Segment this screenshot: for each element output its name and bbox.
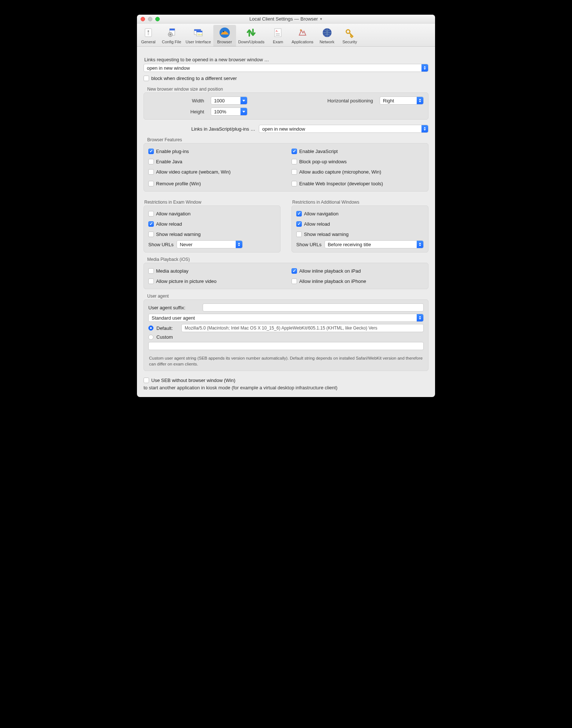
exam-icon: A- [272, 26, 284, 39]
allow-video-capture-checkbox[interactable]: Allow video capture (webcam, Win) [148, 168, 280, 176]
checkbox-label: block when directing to a different serv… [151, 76, 237, 81]
titlebar: Local Client Settings — Browser ▼ [137, 15, 435, 23]
ua-note: Custom user agent string (SEB appends it… [148, 352, 424, 367]
tab-network[interactable]: Network [316, 25, 339, 46]
checkbox-label: Enable Web Inspector (developer tools) [299, 181, 383, 186]
tab-user-interface[interactable]: New User Interface [184, 25, 213, 46]
height-combo[interactable]: 100% [211, 108, 247, 116]
tab-label: Network [319, 40, 334, 44]
tab-applications[interactable]: Applications [289, 25, 315, 46]
checkbox-label: Enable JavaScript [299, 149, 338, 154]
checkbox-icon [292, 268, 297, 274]
width-combo[interactable]: 1000 [211, 97, 247, 105]
title-section: Browser [300, 16, 318, 22]
gear-file-icon [165, 26, 178, 39]
enable-javascript-checkbox[interactable]: Enable JavaScript [292, 147, 424, 155]
checkbox-icon [296, 232, 302, 237]
media-section-label: Media Playback (iOS) [147, 257, 428, 262]
allow-pip-checkbox[interactable]: Allow picture in picture video [148, 277, 280, 285]
remove-profile-checkbox[interactable]: Remove profile (Win) [148, 179, 280, 188]
checkbox-label: Use SEB without browser window (Win) [151, 378, 235, 383]
title-prefix: Local Client Settings — [249, 16, 299, 22]
ua-suffix-input[interactable] [203, 303, 424, 312]
block-different-server-checkbox[interactable]: block when directing to a different serv… [144, 74, 428, 82]
stepper-icon [421, 125, 428, 132]
zoom-window-button[interactable] [155, 17, 160, 21]
network-icon [321, 26, 333, 39]
checkbox-label: Enable Java [156, 159, 182, 164]
open-policy-select[interactable]: open in new window [144, 64, 428, 72]
checkbox-icon [148, 232, 154, 237]
add-show-urls-label: Show URLs [296, 242, 322, 247]
links-heading: Links requesting to be opened in a new b… [144, 57, 428, 62]
ua-preset-value: Standard user agent [152, 315, 195, 321]
ua-default-radio[interactable] [148, 325, 153, 331]
tab-down-uploads[interactable]: Down/Uploads [236, 25, 267, 46]
add-show-urls-value: Before receiving title [328, 242, 371, 247]
ua-preset-select[interactable]: Standard user agent [148, 314, 424, 322]
inline-ipad-checkbox[interactable]: Allow inline playback on iPad [292, 267, 424, 275]
exam-show-reload-warning-checkbox[interactable]: Show reload warning [148, 230, 276, 238]
width-label: Width [148, 98, 207, 103]
minimize-window-button[interactable] [148, 17, 152, 21]
toolbar: General Config File New User Interface B… [137, 23, 435, 47]
stepper-icon [417, 241, 423, 248]
exam-allow-navigation-checkbox[interactable]: Allow navigation [148, 210, 276, 218]
allow-audio-capture-checkbox[interactable]: Allow audio capture (microphone, Win) [292, 168, 424, 176]
hpos-select[interactable]: Right [380, 97, 424, 105]
ua-suffix-label: User agent suffix: [148, 305, 200, 310]
add-allow-navigation-checkbox[interactable]: Allow navigation [296, 210, 424, 218]
ua-default-label: Default: [156, 325, 178, 331]
svg-point-6 [170, 34, 171, 35]
inline-iphone-checkbox[interactable]: Allow inline playback on iPhone [292, 277, 424, 285]
svg-rect-4 [170, 29, 175, 30]
enable-java-checkbox[interactable]: Enable Java [148, 157, 280, 165]
tab-exam[interactable]: A- Exam [267, 25, 289, 46]
tab-config-file[interactable]: Config File [160, 25, 184, 46]
ua-section-label: User agent [147, 294, 428, 299]
key-icon [344, 26, 356, 39]
tab-label: Down/Uploads [238, 40, 265, 44]
exam-allow-reload-checkbox[interactable]: Allow reload [148, 220, 276, 228]
tab-label: Applications [292, 40, 313, 44]
checkbox-label: Allow video capture (webcam, Win) [156, 169, 231, 175]
window-title[interactable]: Local Client Settings — Browser ▼ [140, 16, 432, 22]
checkbox-icon [148, 279, 154, 284]
checkbox-icon [292, 181, 297, 186]
js-links-select[interactable]: open in new window [259, 125, 428, 133]
checkbox-label: Allow picture in picture video [156, 279, 217, 284]
ua-custom-radio[interactable] [148, 335, 153, 340]
close-window-button[interactable] [141, 17, 145, 21]
media-panel: Media autoplay Allow picture in picture … [144, 263, 428, 289]
restrictions-add-panel: Allow navigation Allow reload Show reloa… [292, 205, 428, 252]
svg-text:A-: A- [276, 30, 279, 32]
ua-custom-input[interactable] [148, 342, 424, 350]
tab-security[interactable]: Security [339, 25, 361, 46]
svg-point-2 [148, 30, 149, 32]
block-popups-checkbox[interactable]: Block pop-up windows [292, 157, 424, 165]
tab-general[interactable]: General [137, 25, 160, 46]
restrictions-exam-panel: Allow navigation Allow reload Show reloa… [144, 205, 280, 252]
features-panel: Enable plug-ins Enable Java Allow video … [144, 143, 428, 192]
exam-show-urls-select[interactable]: Never [177, 240, 243, 248]
media-autoplay-checkbox[interactable]: Media autoplay [148, 267, 280, 275]
add-show-reload-warning-checkbox[interactable]: Show reload warning [296, 230, 424, 238]
height-label: Height [148, 109, 207, 114]
checkbox-icon [292, 149, 297, 154]
add-allow-reload-checkbox[interactable]: Allow reload [296, 220, 424, 228]
svg-point-13 [223, 31, 224, 32]
use-seb-without-browser-checkbox[interactable]: Use SEB without browser window (Win) [144, 376, 428, 384]
checkbox-icon [148, 221, 154, 227]
checkbox-label: Show reload warning [304, 232, 348, 237]
ua-panel: User agent suffix: Standard user agent D… [144, 299, 428, 371]
checkbox-label: Allow inline playback on iPhone [299, 279, 366, 284]
add-show-urls-select[interactable]: Before receiving title [325, 240, 424, 248]
exam-show-urls-value: Never [180, 242, 193, 247]
enable-plugins-checkbox[interactable]: Enable plug-ins [148, 147, 280, 155]
tab-browser[interactable]: Browser [213, 25, 236, 46]
traffic-lights [141, 17, 160, 21]
ua-default-input[interactable]: Mozilla/5.0 (Macintosh; Intel Mac OS X 1… [181, 324, 424, 332]
enable-web-inspector-checkbox[interactable]: Enable Web Inspector (developer tools) [292, 179, 424, 188]
chevron-down-icon [240, 97, 247, 104]
width-value: 1000 [214, 98, 225, 103]
